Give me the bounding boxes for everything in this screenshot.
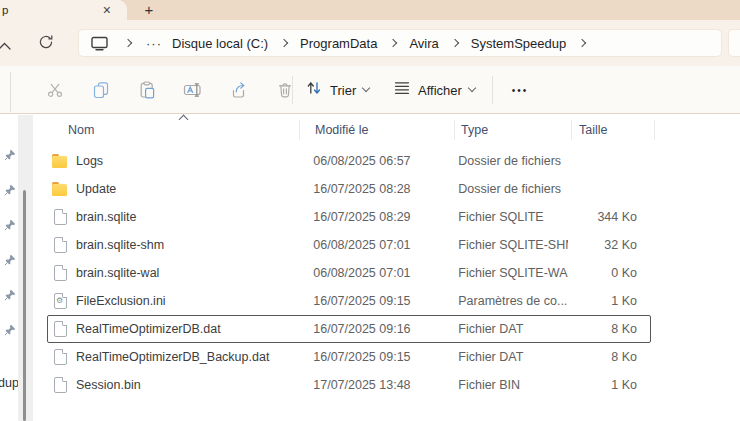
file-name: RealTimeOptimizerDB.dat — [76, 322, 221, 336]
file-modified: 16/07/2025 08:29 — [298, 210, 452, 224]
file-size: 8 Ko — [568, 350, 651, 364]
nav-scrollbar-thumb[interactable] — [23, 190, 26, 421]
file-icon — [52, 156, 67, 168]
file-icon — [54, 237, 67, 253]
pinned-item[interactable] — [2, 322, 18, 357]
file-type: Fichier DAT — [452, 322, 568, 336]
column-header-type[interactable]: Type — [455, 120, 572, 140]
column-header-taille[interactable]: Taille — [572, 120, 655, 140]
column-headers: Nom Modifié le Type Taille — [47, 114, 740, 145]
file-icon — [54, 209, 67, 225]
up-arrow-icon[interactable] — [0, 38, 11, 56]
column-header-nom[interactable]: Nom — [47, 120, 300, 140]
file-row[interactable]: brain.sqlite 16/07/2025 08:29 Fichier SQ… — [47, 203, 651, 231]
view-icon — [393, 79, 411, 101]
file-row[interactable]: brain.sqlite-wal 06/08/2025 07:01 Fichie… — [47, 259, 651, 287]
file-row[interactable]: brain.sqlite-shm 06/08/2025 07:01 Fichie… — [47, 231, 651, 259]
breadcrumb: Disque local (C:) ProgramData Avira Syst… — [168, 36, 594, 51]
breadcrumb-item[interactable]: Avira — [409, 36, 438, 51]
paste-button[interactable] — [130, 74, 163, 106]
file-modified: 16/07/2025 09:15 — [298, 350, 452, 364]
file-icon — [54, 321, 67, 337]
search-box-partial[interactable] — [728, 29, 740, 57]
nav-scrollbar-track[interactable] — [18, 115, 33, 421]
active-tab[interactable]: p × — [0, 0, 127, 20]
file-name: RealTimeOptimizerDB_Backup.dat — [76, 350, 269, 364]
file-row[interactable]: FileExclusion.ini 16/07/2025 09:15 Param… — [47, 287, 651, 315]
toolbar-divider — [492, 76, 493, 104]
nav-item-label-partial[interactable]: dup — [0, 376, 19, 390]
file-type: Dossier de fichiers — [452, 154, 568, 168]
file-name: brain.sqlite — [76, 210, 136, 224]
file-modified: 06/08/2025 07:01 — [298, 266, 452, 280]
file-icon — [54, 265, 67, 281]
file-name: Update — [76, 182, 116, 196]
file-row[interactable]: RealTimeOptimizerDB.dat 16/07/2025 09:16… — [47, 315, 651, 343]
delete-button[interactable] — [268, 74, 301, 106]
file-type: Fichier DAT — [452, 350, 568, 364]
pin-icon — [4, 182, 16, 200]
sort-button[interactable]: Trier — [305, 74, 369, 106]
address-bar[interactable]: ··· Disque local (C:) ProgramData Avira … — [78, 29, 722, 57]
chevron-right-icon[interactable] — [451, 39, 459, 47]
chevron-right-icon[interactable] — [280, 39, 288, 47]
file-modified: 06/08/2025 06:57 — [298, 154, 452, 168]
file-size: 344 Ko — [568, 210, 651, 224]
file-icon — [54, 349, 67, 365]
pinned-item[interactable] — [2, 147, 18, 182]
toolbar-left-divider — [10, 72, 11, 112]
column-header-modifie-le[interactable]: Modifié le — [300, 120, 455, 140]
breadcrumb-item[interactable]: Disque local (C:) — [172, 36, 268, 51]
file-row[interactable]: RealTimeOptimizerDB_Backup.dat 16/07/202… — [47, 343, 651, 371]
sort-label: Trier — [330, 83, 356, 98]
chevron-right-icon — [124, 39, 132, 47]
file-type: Fichier SQLITE — [452, 210, 568, 224]
file-list: Nom Modifié le Type Taille Logs 06/08/20… — [47, 114, 740, 421]
file-type: Fichier SQLITE-SHM — [452, 238, 568, 252]
file-icon — [52, 184, 67, 196]
command-toolbar: Trier Afficher ••• — [0, 66, 740, 114]
new-tab-button[interactable]: + — [140, 0, 158, 20]
file-icon — [54, 377, 67, 393]
pinned-item[interactable] — [2, 217, 18, 252]
chevron-right-icon[interactable] — [578, 39, 586, 47]
file-name: brain.sqlite-shm — [76, 238, 164, 252]
tab-close-icon[interactable]: × — [103, 1, 111, 19]
tab-title: p — [2, 4, 8, 16]
cut-button[interactable] — [38, 74, 71, 106]
pinned-item[interactable] — [2, 287, 18, 322]
pinned-item[interactable] — [2, 182, 18, 217]
pin-icon — [4, 252, 16, 270]
more-options-button[interactable]: ••• — [503, 74, 537, 106]
toolbar-divider — [292, 76, 293, 104]
file-type: Fichier SQLITE-WAL — [452, 266, 568, 280]
pinned-item[interactable] — [2, 252, 18, 287]
file-row[interactable]: Update 16/07/2025 08:28 Dossier de fichi… — [47, 175, 651, 203]
this-pc-icon[interactable] — [91, 36, 108, 51]
chevron-down-icon — [362, 84, 370, 92]
rename-button[interactable] — [176, 74, 209, 106]
file-type: Dossier de fichiers — [452, 182, 568, 196]
breadcrumb-overflow-button[interactable]: ··· — [146, 36, 162, 51]
breadcrumb-item[interactable]: ProgramData — [300, 36, 377, 51]
view-button[interactable]: Afficher — [393, 74, 475, 106]
file-icon — [54, 293, 67, 309]
file-row[interactable]: Logs 06/08/2025 06:57 Dossier de fichier… — [47, 147, 651, 175]
navigation-pane-partial: dup — [0, 114, 46, 421]
share-button[interactable] — [222, 74, 255, 106]
pin-icon — [4, 322, 16, 340]
file-size: 1 Ko — [568, 294, 651, 308]
file-modified: 06/08/2025 07:01 — [298, 238, 452, 252]
address-bar-row: ··· Disque local (C:) ProgramData Avira … — [0, 20, 740, 66]
refresh-icon[interactable] — [38, 34, 54, 54]
chevron-down-icon — [468, 84, 476, 92]
copy-button[interactable] — [84, 74, 117, 106]
file-size: 32 Ko — [568, 238, 651, 252]
file-type: Fichier BIN — [452, 378, 568, 392]
breadcrumb-item[interactable]: SystemSpeedup — [471, 36, 566, 51]
file-row[interactable]: Session.bin 17/07/2025 13:48 Fichier BIN… — [47, 371, 651, 399]
chevron-right-icon[interactable] — [389, 39, 397, 47]
file-modified: 16/07/2025 09:16 — [298, 322, 452, 336]
view-label: Afficher — [418, 83, 462, 98]
file-name: brain.sqlite-wal — [76, 266, 159, 280]
